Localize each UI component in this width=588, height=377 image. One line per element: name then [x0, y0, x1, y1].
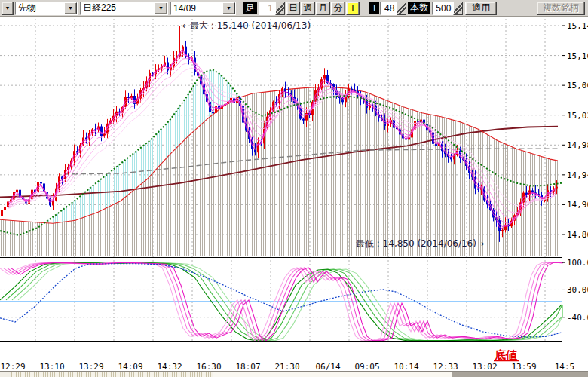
svg-text:21:30: 21:30 — [274, 362, 299, 371]
t-value-stepper[interactable]: 48 — [380, 2, 406, 15]
t-label: T — [369, 2, 379, 14]
chart-canvas[interactable]: ←最大 : 15,140 (2014/06/13)最低 : 14,850 (20… — [0, 17, 588, 371]
svg-text:09:05: 09:05 — [354, 362, 379, 371]
svg-text:13:10: 13:10 — [39, 362, 64, 371]
svg-text:15,100: 15,100 — [567, 51, 588, 61]
bar-type-label: 足 — [243, 2, 257, 14]
chevron-down-icon[interactable]: ▼ — [222, 2, 235, 14]
svg-text:14,940: 14,940 — [567, 170, 588, 180]
svg-text:底値: 底値 — [494, 348, 517, 362]
count-stepper[interactable]: 500 — [432, 2, 463, 15]
toolbar: ▼ 先物 ▼ 日経225 ▼ 14/09 ▼ 足 1 日 週 月 分 T T 4… — [0, 0, 588, 17]
svg-text:14,980: 14,980 — [567, 140, 588, 150]
stepper-icon[interactable] — [453, 2, 463, 15]
svg-text:14:5: 14:5 — [555, 362, 575, 371]
svg-text:12:29: 12:29 — [0, 362, 25, 371]
period-minute-button[interactable]: 分 — [331, 2, 345, 15]
svg-text:-40.00: -40.00 — [567, 313, 588, 323]
scrollbar-loaded-region — [11, 372, 213, 377]
period-week-button[interactable]: 週 — [301, 2, 315, 15]
period-day-button[interactable]: 日 — [286, 2, 300, 15]
h-scrollbar[interactable] — [0, 371, 588, 377]
instrument-combobox[interactable]: 先物 ▼ — [15, 2, 78, 15]
chevron-down-icon[interactable]: ▼ — [155, 2, 167, 14]
chart-app-window: ▼ 先物 ▼ 日経225 ▼ 14/09 ▼ 足 1 日 週 月 分 T T 4… — [0, 0, 588, 377]
svg-text:←最大 : 15,140 (2014/06/13): ←最大 : 15,140 (2014/06/13) — [182, 20, 311, 31]
bar-interval-stepper[interactable]: 1 — [259, 2, 285, 15]
stepper-icon[interactable] — [397, 2, 406, 15]
symbol-value: 日経225 — [81, 2, 155, 14]
svg-text:30.00: 30.00 — [567, 285, 588, 295]
left-dropdown-button[interactable]: ▼ — [2, 2, 14, 15]
multi-symbol-button[interactable]: 複数銘柄 — [537, 2, 585, 15]
svg-text:16:30: 16:30 — [196, 362, 221, 371]
svg-text:15,020: 15,020 — [567, 111, 588, 121]
svg-text:最低 : 14,850 (2014/06/16)→: 最低 : 14,850 (2014/06/16)→ — [356, 238, 484, 249]
svg-text:18:07: 18:07 — [235, 362, 260, 371]
svg-text:13:02: 13:02 — [472, 362, 497, 371]
stepper-icon[interactable] — [275, 2, 285, 15]
svg-text:13:59: 13:59 — [511, 362, 536, 371]
instrument-value: 先物 — [16, 2, 64, 14]
svg-text:10:14: 10:14 — [394, 362, 418, 371]
svg-text:14:32: 14:32 — [157, 362, 182, 371]
time-axis-labels: 12:2913:1013:2914:0914:3216:3018:0721:30… — [0, 362, 574, 371]
svg-text:14:09: 14:09 — [118, 362, 142, 371]
contract-value: 14/09 — [171, 2, 222, 14]
scrollbar-track — [213, 372, 452, 377]
svg-text:13:29: 13:29 — [78, 362, 103, 371]
bar-interval-value: 1 — [259, 2, 275, 15]
tick-mode-button[interactable]: T — [346, 2, 360, 15]
chevron-down-icon[interactable]: ▼ — [64, 2, 77, 14]
contract-combobox[interactable]: 14/09 ▼ — [170, 2, 236, 15]
svg-text:14,900: 14,900 — [567, 200, 588, 210]
apply-button[interactable]: 適用 — [465, 2, 497, 15]
symbol-combobox[interactable]: 日経225 ▼ — [80, 2, 168, 15]
svg-text:06/14: 06/14 — [315, 362, 340, 371]
count-value: 500 — [432, 2, 453, 15]
t-value: 48 — [380, 2, 397, 15]
svg-text:12:33: 12:33 — [433, 362, 458, 371]
svg-text:14,860: 14,860 — [567, 230, 588, 240]
scrollbar-thumb[interactable] — [452, 372, 588, 377]
bottom-value-label: 底値 — [494, 348, 519, 362]
svg-text:15,140: 15,140 — [567, 21, 588, 31]
period-month-button[interactable]: 月 — [316, 2, 330, 15]
count-label: 本数 — [408, 2, 430, 14]
svg-text:100.00: 100.00 — [567, 258, 588, 268]
svg-text:15,060: 15,060 — [567, 81, 588, 90]
